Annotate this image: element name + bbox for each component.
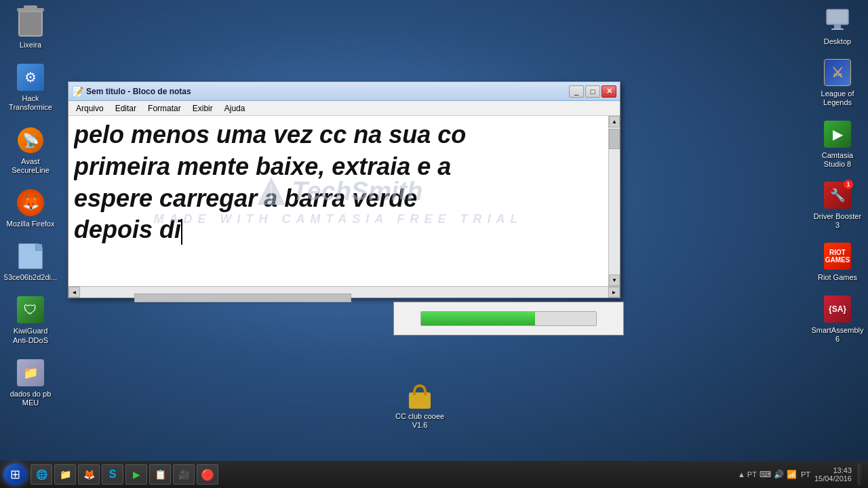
lock-shackle [413, 384, 427, 395]
desktop-icon-desktop[interactable]: Desktop [810, 7, 865, 47]
desktop-icon-53ce[interactable]: 53ce06b2d2di... [3, 243, 58, 283]
dados-label: dados do pb MEU [3, 389, 58, 408]
taskbar-item-firefox[interactable]: 🦊 [78, 464, 100, 485]
notepad-icon: 📝 [72, 86, 83, 97]
hack-label: Hack Transformice [3, 94, 58, 113]
maximize-button[interactable]: □ [585, 85, 600, 98]
menu-arquivo[interactable]: Arquivo [72, 102, 108, 115]
firefox-taskbar-icon: 🦊 [83, 468, 95, 481]
progress-bar-container [420, 311, 597, 326]
scroll-h-thumb[interactable] [134, 293, 351, 302]
desktop-shortcut-icon [825, 8, 850, 33]
taskbar-item-camtasia2[interactable]: 🎥 [173, 464, 195, 485]
scrollbar-horizontal[interactable]: ◄ ► [68, 286, 620, 298]
desktop-icon-firefox[interactable]: 🦊 Mozilla Firefox [3, 189, 58, 229]
sa-label: SmartAssembly 6 [809, 325, 865, 344]
network-icon: 📶 [787, 470, 797, 479]
scroll-thumb[interactable] [609, 129, 620, 149]
volume-icon: 🔊 [774, 470, 784, 479]
file-icon [18, 243, 43, 269]
camtasia-label: Camtasia Studio 8 [810, 150, 865, 169]
menu-formatar[interactable]: Formatar [144, 102, 185, 115]
driver-badge: 1 [844, 180, 853, 189]
lock-icon [406, 376, 433, 409]
taskbar-items: 🌐 📁 🦊 S ▶ 📋 🎥 🔴 [31, 464, 731, 485]
desktop-icon-riot[interactable]: RIOTGAMES Riot Games [810, 243, 865, 283]
notepad-titlebar[interactable]: 📝 Sem titulo - Bloco de notas _ □ ✕ [68, 82, 620, 101]
close-button[interactable]: ✕ [601, 85, 616, 98]
minimize-button[interactable]: _ [569, 85, 584, 98]
keyboard-icon: ⌨ [760, 470, 771, 479]
show-desktop-button[interactable] [858, 464, 861, 485]
text-cursor [181, 219, 182, 245]
desktop-icon-smartassembly[interactable]: {SA} SmartAssembly 6 [810, 296, 865, 344]
progress-bar-fill [421, 312, 535, 325]
taskbar-item-unknown1[interactable]: 📋 [149, 464, 171, 485]
sa-icon: {SA} [824, 296, 851, 323]
notepad-title: Sem titulo - Bloco de notas [86, 87, 569, 96]
notepad-content-area: pelo menos uma vez cc na sua co primeira… [68, 116, 620, 286]
desktop-shortcut-label: Desktop [822, 37, 853, 47]
taskbar-item-chrome[interactable]: 🌐 [31, 464, 52, 485]
progress-popup [393, 302, 624, 336]
avast-icon: 📡 [18, 127, 43, 153]
riot-label: Riot Games [816, 272, 859, 283]
explorer-taskbar-icon: 📁 [59, 468, 71, 481]
desktop-icon-cc-club[interactable]: CC club cooeeV1.6 [393, 376, 446, 430]
driver-label: Driver Booster 3 [810, 211, 865, 230]
trash-icon [18, 11, 43, 37]
kiwi-label: KiwiGuard Anti-DDoS [3, 326, 58, 345]
text-line-2: primeira mente baixe, extraia e a [74, 151, 603, 183]
desktop-icon-hack-transformice[interactable]: ⚙ Hack Transformice [3, 64, 58, 113]
desktop-icon-dados[interactable]: 📁 dados do pb MEU [3, 359, 58, 408]
menu-ajuda[interactable]: Ajuda [220, 102, 250, 115]
taskbar: ⊞ 🌐 📁 🦊 S ▶ 📋 🎥 🔴 [0, 461, 868, 488]
cc-club-label: CC club cooeeV1.6 [393, 411, 446, 430]
desktop-icon-driver-booster[interactable]: 🔧 1 Driver Booster 3 [810, 182, 865, 230]
svg-rect-0 [827, 9, 848, 24]
scroll-up-arrow[interactable]: ▲ [609, 116, 620, 127]
avast-label: Avast SecureLine [3, 157, 58, 176]
notepad-text[interactable]: pelo menos uma vez cc na sua co primeira… [68, 116, 608, 286]
desktop-icon-kiwiguard[interactable]: 🛡 KiwiGuard Anti-DDoS [3, 296, 58, 345]
riot-icon: RIOTGAMES [824, 243, 851, 270]
hack-icon: ⚙ [17, 64, 44, 91]
red-taskbar-icon: 🔴 [201, 468, 214, 481]
taskbar-item-red[interactable]: 🔴 [197, 464, 218, 485]
text-line-3: espere carregar a barra verde [74, 183, 603, 215]
dados-icon: 📁 [17, 359, 44, 386]
unknown1-taskbar-icon: 📋 [154, 468, 166, 481]
taskbar-item-camtasia[interactable]: ▶ [125, 464, 147, 485]
desktop-icon-lixeira[interactable]: Lixeira [3, 10, 58, 50]
scroll-down-arrow[interactable]: ▼ [609, 274, 620, 286]
camtasia2-taskbar-icon: 🎥 [178, 468, 190, 481]
camtasia-icon: ▶ [824, 121, 851, 148]
desktop-icons-right: Desktop ⚔ League of Legends ▶ Camtasia S… [807, 0, 868, 351]
chrome-taskbar-icon: 🌐 [35, 468, 47, 481]
taskbar-right: ▲ PT ⌨ 🔊 📶 PT 13:43 15/04/2016 [734, 464, 865, 485]
taskbar-item-explorer[interactable]: 📁 [54, 464, 76, 485]
clock-date: 15/04/2016 [814, 474, 852, 483]
skype-taskbar-icon: S [106, 468, 119, 481]
start-button[interactable]: ⊞ [3, 464, 27, 485]
clock-time: 13:43 [833, 466, 852, 474]
taskbar-item-skype[interactable]: S [102, 464, 123, 485]
desktop-icon-camtasia[interactable]: ▶ Camtasia Studio 8 [810, 121, 865, 169]
menu-editar[interactable]: Editar [111, 102, 140, 115]
scroll-left-arrow[interactable]: ◄ [68, 287, 80, 298]
lol-label: League of Legends [810, 89, 865, 108]
language-indicator: PT [801, 470, 810, 479]
desktop-icons-left: Lixeira ⚙ Hack Transformice 📡 Avast Secu… [0, 0, 61, 418]
53ce-label: 53ce06b2d2di... [2, 272, 59, 283]
menu-exibir[interactable]: Exibir [189, 102, 217, 115]
lixeira-label: Lixeira [18, 40, 43, 50]
scroll-right-arrow[interactable]: ► [608, 287, 620, 298]
taskbar-clock: 13:43 15/04/2016 [814, 466, 852, 483]
svg-rect-1 [834, 24, 841, 28]
desktop-icon-lol[interactable]: ⚔ League of Legends [810, 59, 865, 108]
scrollbar-vertical[interactable]: ▲ ▼ [608, 116, 620, 286]
text-line-1: pelo menos uma vez cc na sua co [74, 119, 603, 151]
kiwi-icon: 🛡 [17, 296, 44, 323]
notepad-menubar: Arquivo Editar Formatar Exibir Ajuda [68, 101, 620, 116]
desktop-icon-avast[interactable]: 📡 Avast SecureLine [3, 127, 58, 176]
